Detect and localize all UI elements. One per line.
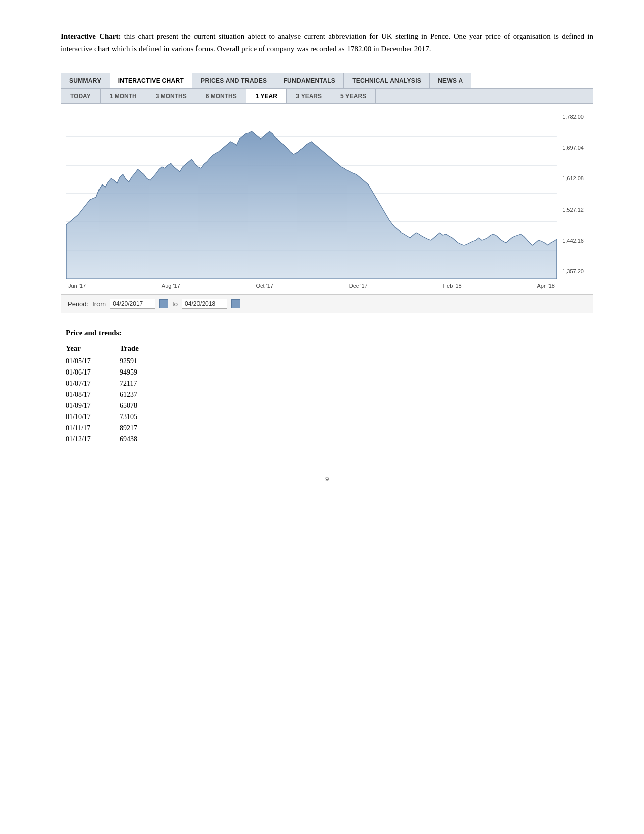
chart-container: TODAY1 MONTH3 MONTHS6 MONTHS1 YEAR3 YEAR…	[61, 89, 593, 294]
chart-y-label: 1,782.00	[562, 114, 584, 120]
table-row: 01/08/1761237	[66, 389, 167, 400]
time-range-6months[interactable]: 6 MONTHS	[196, 89, 246, 103]
time-range-3years[interactable]: 3 YEARS	[287, 89, 331, 103]
tab-bar: SUMMARYINTERACTIVE CHARTPRICES AND TRADE…	[61, 73, 593, 89]
table-row: 01/12/1769438	[66, 434, 167, 445]
chart-x-label: Jun '17	[68, 283, 86, 289]
tab-interactive-chart[interactable]: INTERACTIVE CHART	[110, 73, 192, 88]
period-label: Period:	[68, 300, 88, 308]
table-row: 01/07/1772117	[66, 378, 167, 389]
time-range-bar: TODAY1 MONTH3 MONTHS6 MONTHS1 YEAR3 YEAR…	[61, 89, 593, 104]
calendar-to-icon[interactable]	[231, 299, 240, 308]
chart-y-label: 1,442.16	[562, 238, 584, 244]
cell-trade: 65078	[120, 400, 167, 411]
chart-x-label: Aug '17	[162, 283, 180, 289]
cell-trade: 92591	[120, 356, 167, 367]
chart-y-label: 1,612.08	[562, 175, 584, 181]
cell-trade: 72117	[120, 378, 167, 389]
table-row: 01/06/1794959	[66, 367, 167, 378]
chart-y-label: 1,527.12	[562, 207, 584, 213]
time-range-1year[interactable]: 1 YEAR	[246, 89, 287, 103]
tab-prices-trades[interactable]: PRICES AND TRADES	[192, 73, 275, 88]
calendar-from-icon[interactable]	[159, 299, 168, 308]
chart-y-label: 1,357.20	[562, 268, 584, 274]
time-range-5years[interactable]: 5 YEARS	[331, 89, 376, 103]
chart-x-label: Apr '18	[537, 283, 555, 289]
col-trade: Trade	[120, 343, 167, 356]
price-trends-title: Price and trends:	[66, 329, 593, 337]
cell-year: 01/06/17	[66, 367, 120, 378]
cell-year: 01/07/17	[66, 378, 120, 389]
table-row: 01/10/1773105	[66, 411, 167, 423]
cell-year: 01/11/17	[66, 423, 120, 434]
time-range-3months[interactable]: 3 MONTHS	[146, 89, 196, 103]
chart-main: Jun '17Aug '17Oct '17Dec '17Feb '18Apr '…	[66, 109, 557, 289]
table-row: 01/09/1765078	[66, 400, 167, 411]
intro-label: Interactive Chart:	[61, 32, 121, 40]
price-table: Year Trade 01/05/179259101/06/179495901/…	[66, 343, 167, 445]
chart-svg-wrap: Jun '17Aug '17Oct '17Dec '17Feb '18Apr '…	[61, 104, 593, 294]
table-row: 01/05/1792591	[66, 356, 167, 367]
period-to-label: to	[172, 300, 178, 308]
period-bar: Period: from to	[61, 294, 593, 313]
tab-technical-analysis[interactable]: TECHNICAL ANALYSIS	[344, 73, 430, 88]
chart-x-labels: Jun '17Aug '17Oct '17Dec '17Feb '18Apr '…	[66, 281, 557, 289]
tab-fundamentals[interactable]: FUNDAMENTALS	[275, 73, 344, 88]
cell-year: 01/09/17	[66, 400, 120, 411]
col-year: Year	[66, 343, 120, 356]
period-to-input[interactable]	[182, 299, 227, 309]
chart-x-label: Feb '18	[443, 283, 461, 289]
chart-x-label: Oct '17	[256, 283, 274, 289]
intro-text: this chart present the current situation…	[61, 32, 593, 53]
cell-trade: 69438	[120, 434, 167, 445]
cell-year: 01/05/17	[66, 356, 120, 367]
cell-year: 01/12/17	[66, 434, 120, 445]
cell-trade: 94959	[120, 367, 167, 378]
cell-trade: 73105	[120, 411, 167, 423]
page-number: 9	[61, 475, 593, 483]
table-row: 01/11/1789217	[66, 423, 167, 434]
cell-trade: 61237	[120, 389, 167, 400]
tab-news[interactable]: NEWS A	[430, 73, 471, 88]
cell-year: 01/10/17	[66, 411, 120, 423]
chart-svg	[66, 109, 557, 281]
tab-summary[interactable]: SUMMARY	[61, 73, 110, 88]
price-trends-section: Price and trends: Year Trade 01/05/17925…	[61, 329, 593, 445]
cell-trade: 89217	[120, 423, 167, 434]
time-range-1month[interactable]: 1 MONTH	[101, 89, 146, 103]
intro-paragraph: Interactive Chart: this chart present th…	[61, 30, 593, 55]
period-from-label: from	[92, 300, 106, 308]
cell-year: 01/08/17	[66, 389, 120, 400]
chart-svg-container	[66, 109, 557, 281]
period-from-input[interactable]	[110, 299, 155, 309]
chart-y-labels: 1,782.001,697.041,612.081,527.121,442.16…	[557, 109, 588, 289]
time-range-today[interactable]: TODAY	[61, 89, 101, 103]
chart-y-label: 1,697.04	[562, 145, 584, 151]
chart-x-label: Dec '17	[349, 283, 368, 289]
